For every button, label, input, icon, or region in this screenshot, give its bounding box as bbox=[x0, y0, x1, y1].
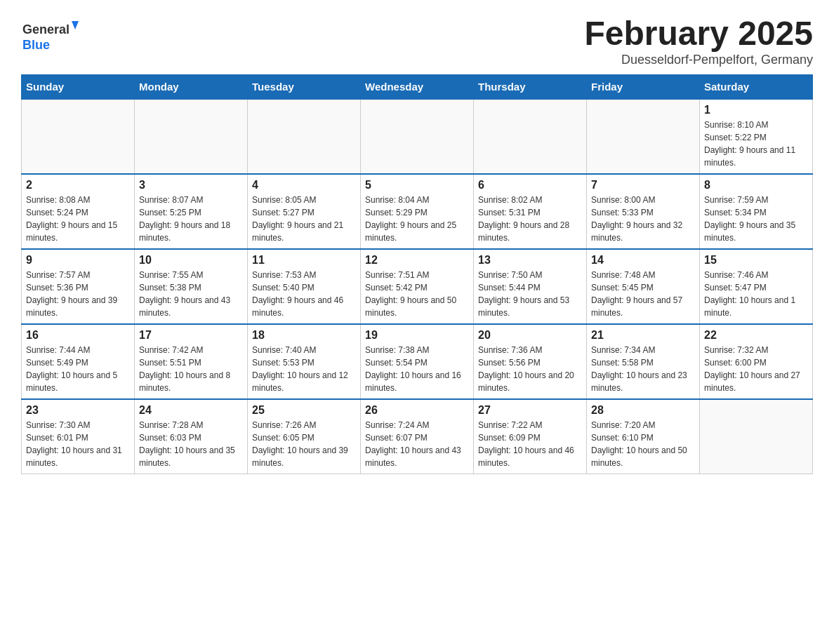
weekday-header-tuesday: Tuesday bbox=[248, 75, 361, 100]
calendar-week-3: 9Sunrise: 7:57 AM Sunset: 5:36 PM Daylig… bbox=[22, 249, 813, 324]
day-info: Sunrise: 8:04 AM Sunset: 5:29 PM Dayligh… bbox=[365, 194, 469, 244]
day-info: Sunrise: 7:44 AM Sunset: 5:49 PM Dayligh… bbox=[26, 344, 130, 394]
day-info: Sunrise: 7:38 AM Sunset: 5:54 PM Dayligh… bbox=[365, 344, 469, 394]
calendar-cell: 23Sunrise: 7:30 AM Sunset: 6:01 PM Dayli… bbox=[22, 399, 135, 474]
day-number: 21 bbox=[591, 329, 695, 342]
calendar-week-2: 2Sunrise: 8:08 AM Sunset: 5:24 PM Daylig… bbox=[22, 174, 813, 249]
calendar-cell: 4Sunrise: 8:05 AM Sunset: 5:27 PM Daylig… bbox=[248, 174, 361, 249]
day-number: 2 bbox=[26, 179, 130, 192]
day-info: Sunrise: 7:42 AM Sunset: 5:51 PM Dayligh… bbox=[139, 344, 243, 394]
weekday-header-friday: Friday bbox=[587, 75, 700, 100]
weekday-header-monday: Monday bbox=[135, 75, 248, 100]
day-number: 26 bbox=[365, 404, 469, 417]
day-info: Sunrise: 7:34 AM Sunset: 5:58 PM Dayligh… bbox=[591, 344, 695, 394]
calendar-cell: 17Sunrise: 7:42 AM Sunset: 5:51 PM Dayli… bbox=[135, 324, 248, 399]
calendar-cell bbox=[587, 99, 700, 174]
calendar-cell: 27Sunrise: 7:22 AM Sunset: 6:09 PM Dayli… bbox=[474, 399, 587, 474]
calendar-cell: 20Sunrise: 7:36 AM Sunset: 5:56 PM Dayli… bbox=[474, 324, 587, 399]
calendar-cell: 11Sunrise: 7:53 AM Sunset: 5:40 PM Dayli… bbox=[248, 249, 361, 324]
day-info: Sunrise: 7:40 AM Sunset: 5:53 PM Dayligh… bbox=[252, 344, 356, 394]
day-number: 17 bbox=[139, 329, 243, 342]
day-number: 22 bbox=[704, 329, 808, 342]
calendar-cell bbox=[361, 99, 474, 174]
calendar-cell: 28Sunrise: 7:20 AM Sunset: 6:10 PM Dayli… bbox=[587, 399, 700, 474]
logo-svg: General Blue bbox=[21, 14, 84, 56]
calendar-cell: 7Sunrise: 8:00 AM Sunset: 5:33 PM Daylig… bbox=[587, 174, 700, 249]
day-info: Sunrise: 7:22 AM Sunset: 6:09 PM Dayligh… bbox=[478, 419, 582, 469]
weekday-header-thursday: Thursday bbox=[474, 75, 587, 100]
day-info: Sunrise: 7:53 AM Sunset: 5:40 PM Dayligh… bbox=[252, 269, 356, 319]
calendar-cell: 16Sunrise: 7:44 AM Sunset: 5:49 PM Dayli… bbox=[22, 324, 135, 399]
svg-text:General: General bbox=[22, 22, 70, 36]
calendar-cell: 25Sunrise: 7:26 AM Sunset: 6:05 PM Dayli… bbox=[248, 399, 361, 474]
day-number: 8 bbox=[704, 179, 808, 192]
day-info: Sunrise: 7:36 AM Sunset: 5:56 PM Dayligh… bbox=[478, 344, 582, 394]
day-info: Sunrise: 7:30 AM Sunset: 6:01 PM Dayligh… bbox=[26, 419, 130, 469]
calendar-cell: 6Sunrise: 8:02 AM Sunset: 5:31 PM Daylig… bbox=[474, 174, 587, 249]
day-number: 5 bbox=[365, 179, 469, 192]
calendar-cell: 15Sunrise: 7:46 AM Sunset: 5:47 PM Dayli… bbox=[700, 249, 813, 324]
day-number: 19 bbox=[365, 329, 469, 342]
calendar-cell bbox=[135, 99, 248, 174]
calendar-cell: 9Sunrise: 7:57 AM Sunset: 5:36 PM Daylig… bbox=[22, 249, 135, 324]
calendar-cell bbox=[474, 99, 587, 174]
weekday-header-row: SundayMondayTuesdayWednesdayThursdayFrid… bbox=[22, 75, 813, 100]
calendar-cell: 13Sunrise: 7:50 AM Sunset: 5:44 PM Dayli… bbox=[474, 249, 587, 324]
calendar-cell bbox=[700, 399, 813, 474]
calendar-cell: 26Sunrise: 7:24 AM Sunset: 6:07 PM Dayli… bbox=[361, 399, 474, 474]
day-info: Sunrise: 8:02 AM Sunset: 5:31 PM Dayligh… bbox=[478, 194, 582, 244]
day-number: 14 bbox=[591, 254, 695, 267]
day-info: Sunrise: 7:57 AM Sunset: 5:36 PM Dayligh… bbox=[26, 269, 130, 319]
calendar-cell: 14Sunrise: 7:48 AM Sunset: 5:45 PM Dayli… bbox=[587, 249, 700, 324]
day-info: Sunrise: 7:51 AM Sunset: 5:42 PM Dayligh… bbox=[365, 269, 469, 319]
day-number: 24 bbox=[139, 404, 243, 417]
day-info: Sunrise: 7:28 AM Sunset: 6:03 PM Dayligh… bbox=[139, 419, 243, 469]
day-info: Sunrise: 7:20 AM Sunset: 6:10 PM Dayligh… bbox=[591, 419, 695, 469]
calendar-cell: 19Sunrise: 7:38 AM Sunset: 5:54 PM Dayli… bbox=[361, 324, 474, 399]
day-info: Sunrise: 7:48 AM Sunset: 5:45 PM Dayligh… bbox=[591, 269, 695, 319]
calendar-week-5: 23Sunrise: 7:30 AM Sunset: 6:01 PM Dayli… bbox=[22, 399, 813, 474]
day-number: 1 bbox=[704, 104, 808, 116]
calendar-cell bbox=[22, 99, 135, 174]
calendar-cell: 21Sunrise: 7:34 AM Sunset: 5:58 PM Dayli… bbox=[587, 324, 700, 399]
calendar-cell: 3Sunrise: 8:07 AM Sunset: 5:25 PM Daylig… bbox=[135, 174, 248, 249]
day-info: Sunrise: 7:50 AM Sunset: 5:44 PM Dayligh… bbox=[478, 269, 582, 319]
calendar-cell: 12Sunrise: 7:51 AM Sunset: 5:42 PM Dayli… bbox=[361, 249, 474, 324]
svg-text:Blue: Blue bbox=[22, 38, 50, 52]
location: Duesseldorf-Pempelfort, Germany bbox=[584, 53, 813, 67]
day-number: 6 bbox=[478, 179, 582, 192]
day-number: 23 bbox=[26, 404, 130, 417]
title-block: February 2025 Duesseldorf-Pempelfort, Ge… bbox=[584, 14, 813, 67]
calendar-cell: 18Sunrise: 7:40 AM Sunset: 5:53 PM Dayli… bbox=[248, 324, 361, 399]
day-number: 9 bbox=[26, 254, 130, 267]
day-info: Sunrise: 8:08 AM Sunset: 5:24 PM Dayligh… bbox=[26, 194, 130, 244]
day-number: 27 bbox=[478, 404, 582, 417]
calendar-table: SundayMondayTuesdayWednesdayThursdayFrid… bbox=[21, 74, 813, 474]
day-info: Sunrise: 7:26 AM Sunset: 6:05 PM Dayligh… bbox=[252, 419, 356, 469]
day-number: 3 bbox=[139, 179, 243, 192]
day-number: 12 bbox=[365, 254, 469, 267]
weekday-header-wednesday: Wednesday bbox=[361, 75, 474, 100]
page-header: General Blue February 2025 Duesseldorf-P… bbox=[21, 14, 813, 67]
calendar-cell: 10Sunrise: 7:55 AM Sunset: 5:38 PM Dayli… bbox=[135, 249, 248, 324]
day-number: 4 bbox=[252, 179, 356, 192]
day-number: 20 bbox=[478, 329, 582, 342]
calendar-cell: 5Sunrise: 8:04 AM Sunset: 5:29 PM Daylig… bbox=[361, 174, 474, 249]
calendar-cell bbox=[248, 99, 361, 174]
calendar-week-1: 1Sunrise: 8:10 AM Sunset: 5:22 PM Daylig… bbox=[22, 99, 813, 174]
logo: General Blue bbox=[21, 14, 84, 59]
day-number: 15 bbox=[704, 254, 808, 267]
day-info: Sunrise: 7:24 AM Sunset: 6:07 PM Dayligh… bbox=[365, 419, 469, 469]
day-number: 10 bbox=[139, 254, 243, 267]
day-info: Sunrise: 8:05 AM Sunset: 5:27 PM Dayligh… bbox=[252, 194, 356, 244]
weekday-header-sunday: Sunday bbox=[22, 75, 135, 100]
month-title: February 2025 bbox=[584, 14, 813, 53]
calendar-cell: 24Sunrise: 7:28 AM Sunset: 6:03 PM Dayli… bbox=[135, 399, 248, 474]
day-number: 13 bbox=[478, 254, 582, 267]
day-info: Sunrise: 7:55 AM Sunset: 5:38 PM Dayligh… bbox=[139, 269, 243, 319]
day-info: Sunrise: 8:10 AM Sunset: 5:22 PM Dayligh… bbox=[704, 119, 808, 169]
day-info: Sunrise: 7:32 AM Sunset: 6:00 PM Dayligh… bbox=[704, 344, 808, 394]
day-info: Sunrise: 7:59 AM Sunset: 5:34 PM Dayligh… bbox=[704, 194, 808, 244]
day-number: 7 bbox=[591, 179, 695, 192]
calendar-cell: 22Sunrise: 7:32 AM Sunset: 6:00 PM Dayli… bbox=[700, 324, 813, 399]
